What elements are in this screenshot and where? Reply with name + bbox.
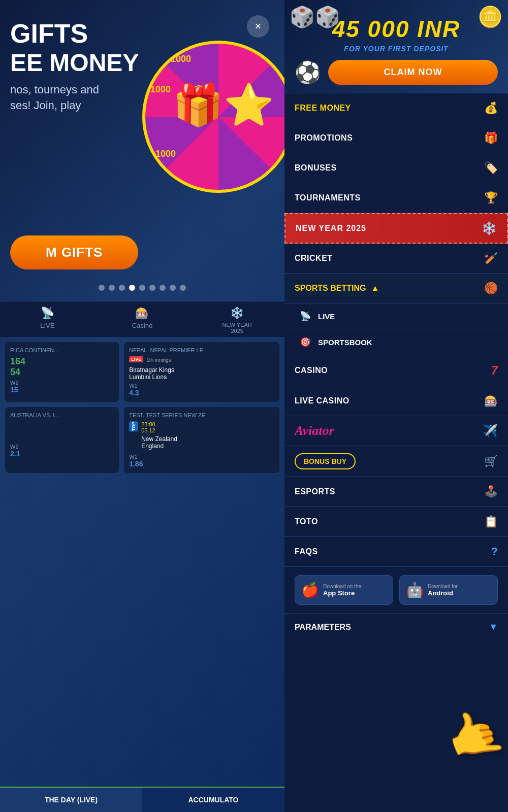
dot-0[interactable]: [99, 285, 105, 291]
live-badge: LIVE: [129, 356, 143, 362]
claim-now-button[interactable]: CLAIM NOW: [328, 60, 498, 85]
dot-4[interactable]: [139, 285, 145, 291]
dot-2[interactable]: [119, 285, 125, 291]
score-card-aus[interactable]: AUSTRALIA VS. I... W2 2.1: [5, 407, 119, 473]
bonuses-label: BONUSES: [295, 163, 337, 173]
parameters-item[interactable]: PARAMETERS ▼: [284, 614, 508, 640]
android-icon: 🤖: [406, 582, 424, 598]
toto-label: TOTO: [295, 517, 318, 526]
bonus-row: ⚽ CLAIM NOW: [295, 60, 498, 85]
sports-betting-left: SPORTS BETTING ▲: [295, 284, 379, 293]
chevron-up-icon: ▲: [371, 284, 379, 293]
nav-tab-newyear-label: NEW YEAR2025: [222, 322, 251, 334]
live-casino-left: LIVE CASINO: [295, 396, 350, 405]
menu-item-promotions[interactable]: PROMOTIONS 🎁: [284, 123, 508, 153]
tournaments-icon: 🏆: [484, 191, 498, 205]
android-large: Android: [428, 589, 458, 597]
aviator-logo: Aviator: [295, 423, 334, 438]
menu-item-toto[interactable]: TOTO 📋: [284, 507, 508, 537]
africa-label: W2: [10, 380, 114, 386]
nz-date: 05.12: [141, 427, 177, 433]
bonuses-icon: 🏷️: [484, 161, 498, 175]
nav-tab-live[interactable]: 📡 LIVE: [27, 307, 68, 334]
africa-title: RICA CONTINEN...: [10, 347, 114, 353]
coin-decoration: 🪙: [478, 5, 503, 29]
toto-icon: 📋: [484, 515, 498, 528]
parameters-label: PARAMETERS: [295, 623, 351, 632]
aviator-item[interactable]: Aviator ✈️: [284, 416, 508, 446]
africa-score2: 54: [10, 367, 114, 378]
score-card-nepal[interactable]: NEPAL. NEPAL PREMIER LE LIVE 1th innings…: [124, 342, 279, 402]
nz-time: 23:00: [141, 421, 177, 427]
nav-tab-casino[interactable]: 🎰 Casino: [122, 307, 163, 334]
live-casino-icon: 🎰: [484, 394, 498, 408]
footer-bar: THE DAY (LIVE) ACCUMULATO: [0, 787, 284, 812]
wheel-text-3: 1000: [155, 149, 176, 159]
newyear-icon: ❄️: [230, 307, 244, 320]
score-row-1: RICA CONTINEN... 164 54 W2 15 NEPAL. NEP…: [5, 342, 279, 402]
cricket-icon: 🏏: [484, 252, 498, 265]
menu-item-esports[interactable]: ESPORTS 🕹️: [284, 477, 508, 507]
wheel-text-2: 1000: [150, 84, 171, 95]
esports-label: ESPORTS: [295, 487, 335, 496]
menu-item-tournaments[interactable]: TOURNAMENTS 🏆: [284, 183, 508, 213]
aus-title: AUSTRALIA VS. I...: [10, 412, 114, 418]
android-small: Download for: [428, 584, 458, 589]
bonus-buy-item[interactable]: BONUS BUY 🛒: [284, 446, 508, 477]
score-card-africa[interactable]: RICA CONTINEN... 164 54 W2 15: [5, 342, 119, 402]
menu-item-free-money[interactable]: FREE MONEY 💰: [284, 93, 508, 123]
nz-match-info: 23:00 05.12 New ZealandEngland: [141, 421, 177, 452]
carousel-dots: [0, 275, 284, 301]
menu-item-live-casino[interactable]: LIVE CASINO 🎰: [284, 386, 508, 416]
apple-icon: 🍎: [301, 582, 319, 598]
nepal-label: W1: [129, 383, 274, 389]
app-store-button[interactable]: 🍎 Download on the App Store: [295, 575, 393, 605]
tournaments-left: TOURNAMENTS: [295, 193, 361, 202]
dot-1[interactable]: [109, 285, 115, 291]
nav-tab-casino-label: Casino: [132, 322, 152, 329]
cricket-label: CRICKET: [295, 254, 333, 263]
nz-teams: New ZealandEngland: [141, 435, 177, 450]
dot-8[interactable]: [180, 285, 186, 291]
nav-tab-newyear[interactable]: ❄️ NEW YEAR2025: [217, 307, 258, 334]
score-card-nz[interactable]: TEST. TEST SERIES NEW ZE TOP 23:00 05.12…: [124, 407, 279, 473]
app-buttons-section: 🍎 Download on the App Store 🤖 Download f…: [284, 567, 508, 614]
dot-3[interactable]: [129, 285, 135, 291]
dot-7[interactable]: [170, 285, 176, 291]
aus-label: W2: [10, 444, 114, 450]
sports-betting-item[interactable]: SPORTS BETTING ▲ 🏀: [284, 274, 508, 303]
basketball-icon: 🏀: [484, 282, 498, 295]
dot-6[interactable]: [160, 285, 166, 291]
promotions-label: PROMOTIONS: [295, 133, 353, 143]
free-money-left: FREE MONEY: [295, 104, 351, 113]
live-day-button[interactable]: THE DAY (LIVE): [0, 787, 142, 812]
close-button[interactable]: ×: [247, 15, 269, 38]
free-money-icon: 💰: [484, 101, 498, 115]
sports-betting-label: SPORTS BETTING: [295, 284, 366, 293]
android-download-button[interactable]: 🤖 Download for Android: [399, 575, 498, 605]
sub-menu-live[interactable]: 📡 LIVE: [284, 303, 508, 329]
bottom-nav: 📡 LIVE 🎰 Casino ❄️ NEW YEAR2025: [0, 301, 284, 337]
nepal-teams: Biratnagar KingsLumbini Lions: [129, 366, 274, 381]
live-casino-label: LIVE CASINO: [295, 396, 350, 405]
sportsbook-label: SPORTSBOOK: [318, 338, 372, 347]
menu-item-casino[interactable]: CASINO 7: [284, 355, 508, 386]
cricket-left: CRICKET: [295, 254, 333, 263]
live-sub-icon: 📡: [300, 311, 311, 322]
menu-item-faqs[interactable]: FAQS ?: [284, 537, 508, 567]
esports-left: ESPORTS: [295, 487, 335, 496]
bonus-banner: 🎲🎲 🪙 45 000 INR FOR YOUR FIRST DEPOSIT ⚽…: [284, 0, 508, 93]
menu-item-bonuses[interactable]: BONUSES 🏷️: [284, 153, 508, 183]
menu-item-cricket[interactable]: CRICKET 🏏: [284, 244, 508, 274]
dot-5[interactable]: [149, 285, 155, 291]
live-sub-label: LIVE: [318, 312, 335, 321]
accumulate-button[interactable]: ACCUMULATO: [142, 787, 284, 812]
casino-nav-icon: 🎰: [135, 307, 149, 320]
new-year-item[interactable]: NEW YEAR 2025 ❄️: [284, 213, 508, 244]
sub-menu-sportsbook[interactable]: 🎯 SPORTSBOOK: [284, 329, 508, 355]
sportsbook-icon: 🎯: [300, 336, 311, 348]
tournaments-label: TOURNAMENTS: [295, 193, 361, 202]
top-badge: TOP: [129, 421, 138, 431]
claim-gifts-button[interactable]: M GIFTS: [10, 235, 138, 269]
nav-tab-live-label: LIVE: [40, 322, 54, 329]
